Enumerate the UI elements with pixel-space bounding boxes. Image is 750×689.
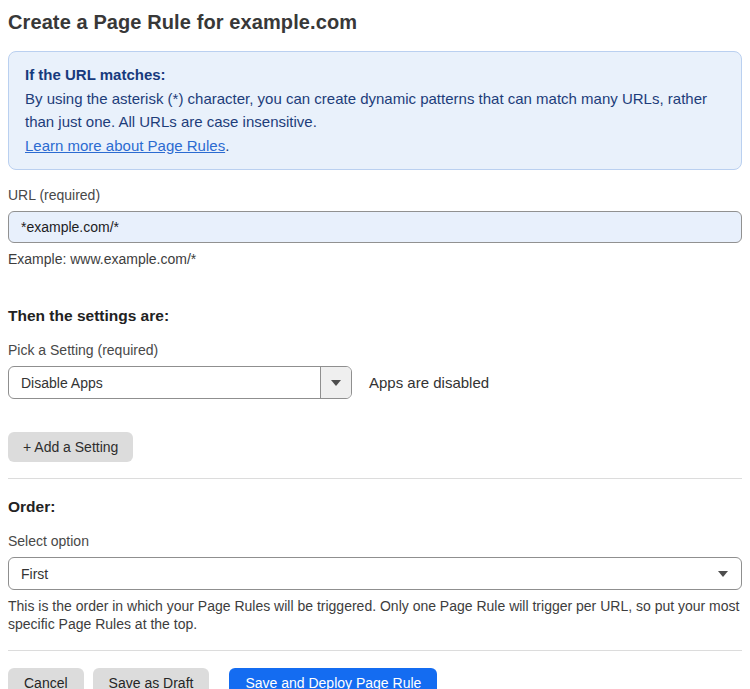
learn-more-link[interactable]: Learn more about Page Rules <box>25 137 225 154</box>
setting-select[interactable]: Disable Apps <box>8 366 352 399</box>
chevron-down-icon <box>718 571 728 577</box>
url-match-info-box: If the URL matches: By using the asteris… <box>8 51 742 170</box>
footer-divider <box>8 650 742 651</box>
info-box-link-line: Learn more about Page Rules. <box>25 134 725 158</box>
add-setting-button[interactable]: + Add a Setting <box>8 432 133 462</box>
order-select-value: First <box>21 566 48 582</box>
order-helper-text: This is the order in which your Page Rul… <box>8 597 742 633</box>
order-section-heading: Order: <box>8 498 742 516</box>
save-as-draft-button[interactable]: Save as Draft <box>93 668 210 689</box>
link-period: . <box>225 137 229 154</box>
setting-status-text: Apps are disabled <box>369 374 489 391</box>
cancel-button[interactable]: Cancel <box>8 668 84 689</box>
create-page-rule-form: Create a Page Rule for example.com If th… <box>0 0 750 689</box>
order-select-label: Select option <box>8 533 742 549</box>
setting-select-value: Disable Apps <box>9 367 320 398</box>
chevron-down-icon <box>331 380 341 386</box>
page-title: Create a Page Rule for example.com <box>8 11 742 34</box>
setting-select-caret-button[interactable] <box>320 367 351 398</box>
settings-section-heading: Then the settings are: <box>8 307 742 325</box>
url-example-helper: Example: www.example.com/* <box>8 250 742 268</box>
info-box-heading: If the URL matches: <box>25 63 725 87</box>
pick-setting-label: Pick a Setting (required) <box>8 342 742 358</box>
save-and-deploy-button[interactable]: Save and Deploy Page Rule <box>229 668 437 689</box>
info-box-body: By using the asterisk (*) character, you… <box>25 87 725 134</box>
url-input[interactable] <box>8 211 742 243</box>
footer-button-row: Cancel Save as Draft Save and Deploy Pag… <box>8 668 742 689</box>
order-select[interactable]: First <box>8 557 742 590</box>
url-field-label: URL (required) <box>8 187 742 203</box>
settings-order-divider <box>8 478 742 479</box>
setting-picker-row: Disable Apps Apps are disabled <box>8 366 742 399</box>
